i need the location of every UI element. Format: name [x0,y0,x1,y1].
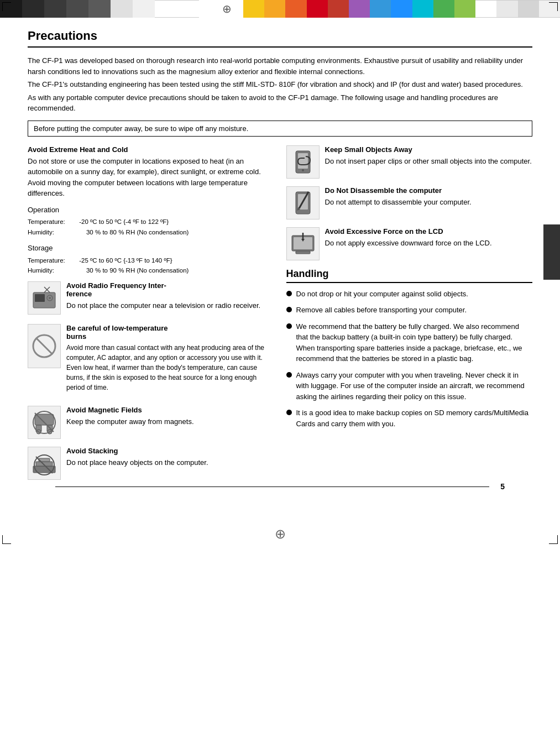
op-humidity-value: 30 % to 80 % RH (No condensation) [77,227,189,237]
env-table-operation: Operation Temperature: -20 ºC to 50 ºC {… [28,205,269,238]
op-temp-value: -20 ºC to 50 ºC {-4 ºF to 122 ºF} [77,217,169,227]
section-radio-freq: Avoid Radio Frequency Inter-ference Do n… [28,281,269,317]
no-disassemble-body: Do not attempt to disassemble your compu… [325,197,533,208]
precautions-grid: Avoid Extreme Heat and Cold Do not store… [28,145,532,488]
handling-item-2: Remove all cables before transporting yo… [286,305,533,316]
avoid-force-body: Do not apply excessive downward force on… [325,238,533,249]
bottom-footer: ⊕ [0,524,560,546]
bullet-3 [286,323,292,329]
corner-mark-bl [2,535,11,544]
color-block-white2 [496,0,517,18]
magnet-icon [30,409,58,436]
color-block [66,0,88,18]
keep-small-title: Keep Small Objects Away [325,145,533,154]
magnetic-body: Keep the computer away from magnets. [66,416,269,427]
handling-section: Handling Do not drop or hit your compute… [286,268,533,430]
no-disassemble-text: Do Not Disassemble the computer Do not a… [325,186,533,213]
handling-text-4: Always carry your computer with you when… [296,370,533,402]
st-temp-row: Temperature: -25 ºC to 60 ºC {-13 ºF to … [28,255,269,265]
handling-text-5: It is a good idea to make backup copies … [296,407,533,429]
intro-paragraph-2: The CF-P1's outstanding engineering has … [28,79,532,90]
svg-point-3 [49,297,51,299]
bullet-2 [286,307,292,312]
no-disassemble-title: Do Not Disassemble the computer [325,186,533,195]
handling-text-3: We recommend that the battery be fully c… [296,321,533,364]
radio-icon [30,284,58,312]
small-objects-icon [289,148,317,176]
low-temp-body: Avoid more than casual contact with any … [66,343,269,393]
radio-freq-icon-box [28,281,61,315]
color-block-white1 [475,0,496,18]
color-block-dark-red [328,0,349,18]
handling-title: Handling [286,268,533,283]
bullet-1 [286,291,292,296]
st-humidity-row: Humidity: 30 % to 90 % RH (No condensati… [28,265,269,275]
st-temp-value: -25 ºC to 60 ºC {-13 ºF to 140 ºF} [77,255,172,265]
color-block [111,0,133,18]
small-objects-icon-box [286,145,320,179]
op-temp-label: Temperature: [28,217,77,227]
disassemble-icon-box [286,186,320,219]
corner-mark-tr [549,2,558,11]
page-number: 5 [500,482,505,491]
excessive-force-icon-box [286,227,320,260]
stacking-icon [30,449,58,477]
section-avoid-heat: Avoid Extreme Heat and Cold Do not store… [28,145,269,276]
intro-paragraph-3: As with any portable computer device pre… [28,92,532,114]
op-humidity-row: Humidity: 30 % to 80 % RH (No condensati… [28,227,269,237]
right-column: Keep Small Objects Away Do not insert pa… [280,145,533,488]
no-symbol-icon [30,332,58,360]
color-block [88,0,111,18]
op-humidity-label: Humidity: [28,227,77,237]
color-block-light-green [454,0,475,18]
color-block [177,0,199,18]
op-temp-row: Temperature: -20 ºC to 50 ºC {-4 ºF to 1… [28,217,269,227]
color-block [155,0,177,18]
svg-point-22 [302,169,304,171]
handling-text-1: Do not drop or hit your computer against… [296,289,468,300]
storage-label: Storage [28,243,269,254]
section-no-disassemble: Do Not Disassemble the computer Do not a… [286,186,533,219]
radio-freq-body: Do not place the computer near a televis… [66,300,269,311]
corner-mark-tl [2,2,11,11]
svg-rect-29 [296,251,310,254]
radio-freq-text: Avoid Radio Frequency Inter-ference Do n… [66,281,269,317]
color-block-light-blue [391,0,412,18]
top-bar-right [243,0,560,18]
section-avoid-force: Avoid Excessive Force on the LCD Do not … [286,227,533,260]
section-keep-small: Keep Small Objects Away Do not insert pa… [286,145,533,179]
bullet-5 [286,410,292,415]
avoid-heat-title: Avoid Extreme Heat and Cold [28,145,269,154]
avoid-force-text: Avoid Excessive Force on the LCD Do not … [325,227,533,254]
stacking-title: Avoid Stacking [66,447,269,455]
avoid-force-title: Avoid Excessive Force on the LCD [325,227,533,236]
low-temp-icon-box [28,324,61,368]
bottom-line [55,487,489,487]
magnetic-icon-box [28,406,61,439]
color-block-yellow [243,0,264,18]
intro-text: The CF-P1 was developed based on thoroug… [28,55,532,114]
disassemble-icon [289,189,317,217]
svg-line-7 [36,338,53,354]
bullet-4 [286,372,292,378]
corner-mark-br [549,535,558,544]
handling-list: Do not drop or hit your computer against… [286,289,533,430]
excessive-force-icon [289,230,317,258]
color-block [133,0,155,18]
keep-small-body: Do not insert paper clips or other small… [325,156,533,167]
warning-box: Before putting the computer away, be sur… [28,121,532,137]
color-block-green [433,0,454,18]
magnetic-title: Avoid Magnetic Fields [66,406,269,414]
section-avoid-stacking: Avoid Stacking Do not place heavy object… [28,447,269,480]
section-low-temp-burns: Be careful of low-temperatureburns Avoid… [28,324,269,398]
radio-freq-title: Avoid Radio Frequency Inter-ference [66,281,269,298]
env-table-storage: Storage Temperature: -25 ºC to 60 ºC {-1… [28,243,269,276]
top-crosshair-center: ⊕ [210,0,243,18]
main-content: Precautions The CF-P1 was developed base… [0,18,560,524]
keep-small-text: Keep Small Objects Away Do not insert pa… [325,145,533,172]
stacking-text: Avoid Stacking Do not place heavy object… [66,447,269,474]
stacking-body: Do not place heavy objects on the comput… [66,457,269,468]
color-block [22,0,44,18]
handling-item-3: We recommend that the battery be fully c… [286,321,533,364]
top-bar-left [0,0,210,18]
